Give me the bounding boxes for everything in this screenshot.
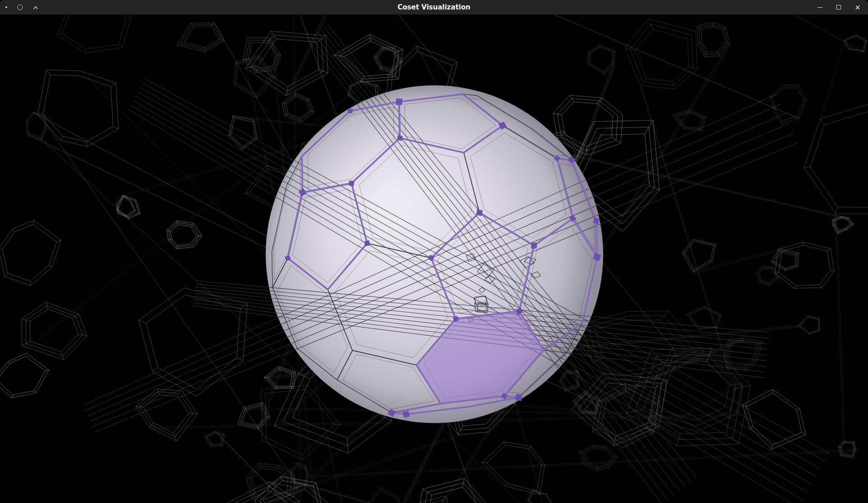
minimize-icon bbox=[817, 7, 822, 8]
close-button[interactable]: ✕ bbox=[854, 3, 862, 11]
window-controls: ✕ bbox=[816, 0, 862, 14]
app-window: Coset Visualization ✕ bbox=[0, 0, 868, 503]
titlebar[interactable]: Coset Visualization ✕ bbox=[0, 0, 868, 15]
maximize-icon bbox=[836, 5, 841, 9]
close-icon: ✕ bbox=[855, 4, 861, 11]
chevron-up-icon[interactable] bbox=[32, 4, 39, 10]
maximize-button[interactable] bbox=[835, 3, 843, 11]
viewport bbox=[0, 15, 868, 503]
minimize-button[interactable] bbox=[816, 3, 824, 11]
window-title: Coset Visualization bbox=[397, 3, 470, 11]
visualization-canvas[interactable] bbox=[0, 15, 868, 503]
menu-dot-icon[interactable] bbox=[5, 6, 7, 8]
record-circle-icon[interactable] bbox=[17, 5, 23, 10]
titlebar-left-icons bbox=[5, 0, 39, 14]
